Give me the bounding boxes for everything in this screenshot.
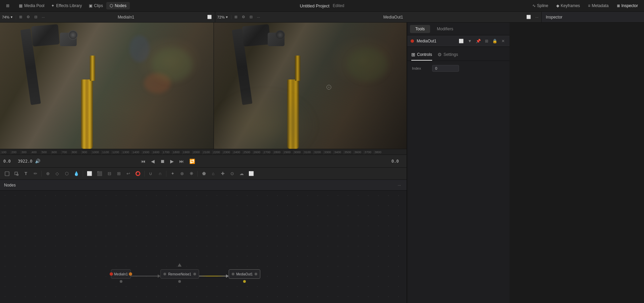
zoom-down-icon: ▼ bbox=[10, 15, 13, 19]
tool-text[interactable]: T bbox=[22, 169, 30, 178]
tool-select-pts[interactable]: ✦ bbox=[168, 169, 177, 178]
node-media-out-left-dot bbox=[232, 273, 234, 275]
tool-transform[interactable] bbox=[12, 169, 21, 178]
timeline-ruler[interactable]: 1002003004005006007008009001000110012001… bbox=[0, 149, 407, 155]
nav-inspector[interactable]: ≣ Inspector bbox=[613, 2, 641, 9]
viewer-right-layout-btn[interactable]: ⊞ bbox=[233, 14, 239, 20]
viewer-left-layout-btn[interactable]: ⊞ bbox=[17, 14, 24, 20]
inspector-subtab-settings[interactable]: ⚙ Settings bbox=[438, 52, 458, 61]
viewer-left-more-btn[interactable]: ··· bbox=[40, 14, 46, 20]
node-media-in[interactable]: MediaIn1 bbox=[111, 269, 131, 279]
viewer-left[interactable] bbox=[0, 23, 214, 149]
nav-spline[interactable]: ∿ Spline bbox=[529, 2, 552, 9]
viewer-right-aspect-btn[interactable]: ⬜ bbox=[525, 14, 533, 20]
inspector-node-copy-btn[interactable]: ⊞ bbox=[484, 37, 490, 45]
ruler-mark: 1700 bbox=[162, 150, 172, 155]
tool-pen[interactable]: ✏ bbox=[31, 169, 40, 178]
tool-select-all[interactable]: ⊗ bbox=[178, 169, 186, 178]
tool-particle[interactable]: ⊕ bbox=[43, 169, 52, 178]
inspector-node-name: MediaOut1 bbox=[417, 39, 437, 43]
tool-fill-rect[interactable]: ⬛ bbox=[95, 169, 104, 178]
inspector-subtab-controls[interactable]: ⊞ Controls bbox=[411, 52, 432, 61]
tool-rect[interactable]: ⬜ bbox=[85, 169, 94, 178]
zoom-left[interactable]: 74% ▼ bbox=[0, 15, 16, 19]
nav-keyframes[interactable]: ◆ Keyframes bbox=[553, 2, 583, 9]
ruler-mark: 3800 bbox=[374, 150, 384, 155]
tool-curve-down[interactable]: ∩ bbox=[156, 169, 164, 178]
nav-nodes[interactable]: ⬡ Nodes bbox=[106, 2, 130, 9]
tool-feather[interactable]: ⬟ bbox=[199, 169, 208, 178]
project-info: Untitled Project Edited bbox=[300, 3, 344, 8]
viewer-toolbar: 74% ▼ ⊞ ⚙ ⊟ ··· MediaIn1 ⬜ 72% ▼ ⊞ ⚙ ⊟ ·… bbox=[0, 12, 644, 23]
viewer-right-more2-btn[interactable]: ··· bbox=[534, 14, 540, 20]
stop-btn[interactable]: ⏹ bbox=[158, 157, 167, 165]
video-viewers bbox=[0, 23, 407, 149]
svg-rect-0 bbox=[5, 172, 9, 176]
skip-to-start-btn[interactable]: ⏮ bbox=[139, 157, 148, 165]
inspector-node-pin-btn[interactable]: 📌 bbox=[475, 37, 482, 45]
project-title: Untitled Project bbox=[300, 3, 329, 8]
viewer-left-aspect-btn[interactable]: ⬜ bbox=[205, 14, 214, 20]
node-remove-noise-container: RemoveNoise1 bbox=[160, 269, 199, 283]
nav-effects-library[interactable]: ✦ Effects Library bbox=[48, 2, 85, 9]
viewer-right-video[interactable] bbox=[214, 23, 407, 149]
tool-lens[interactable]: ⊙ bbox=[228, 169, 236, 178]
tool-clone[interactable]: ⌂ bbox=[209, 169, 218, 178]
tool-blur[interactable]: ⬜ bbox=[247, 169, 256, 178]
node-connector-1 bbox=[131, 276, 158, 276]
time-right: 0.0 bbox=[391, 159, 403, 164]
inspector-node-row: MediaOut1 ⬜ ▼ 📌 ⊞ 🔒 ✕ bbox=[407, 35, 509, 47]
ruler-mark: 2700 bbox=[263, 150, 273, 155]
tool-stamp[interactable]: ✚ bbox=[218, 169, 227, 178]
inspector-tab-modifiers[interactable]: Modifiers bbox=[431, 25, 459, 33]
tool-magnet[interactable]: ❋ bbox=[187, 169, 196, 178]
nodes-more-btn[interactable]: ··· bbox=[396, 182, 403, 188]
tool-gradient[interactable]: ⬡ bbox=[62, 169, 71, 178]
video-right-bg bbox=[214, 23, 407, 149]
tool-curve-up[interactable]: ∪ bbox=[146, 169, 155, 178]
tool-sep-1 bbox=[41, 171, 42, 177]
ruler-mark: 3100 bbox=[303, 150, 313, 155]
inspector-tab-tools[interactable]: Tools bbox=[410, 25, 430, 33]
step-back-btn[interactable]: ◀ bbox=[149, 157, 157, 165]
clips-icon: ▣ bbox=[89, 3, 92, 8]
tool-polygon[interactable]: ◇ bbox=[53, 169, 62, 178]
volume-icon[interactable]: 🔊 bbox=[35, 159, 40, 164]
viewer-left-settings-btn[interactable]: ⚙ bbox=[25, 14, 32, 20]
ruler-mark: 100 bbox=[1, 150, 11, 155]
tool-bezier[interactable]: ⊞ bbox=[114, 169, 123, 178]
ruler-mark: 1000 bbox=[91, 150, 102, 155]
viewer-left-grid-btn[interactable]: ⊟ bbox=[33, 14, 39, 20]
loop-btn[interactable]: 🔁 bbox=[187, 157, 197, 165]
nodes-panel-title: Nodes bbox=[4, 183, 16, 188]
ruler-mark: 2800 bbox=[273, 150, 283, 155]
play-btn[interactable]: ▶ bbox=[168, 157, 176, 165]
ruler-mark: 3000 bbox=[293, 150, 303, 155]
inspector-node-down-btn[interactable]: ▼ bbox=[466, 37, 473, 45]
viewer-right-grid-btn[interactable]: ⊟ bbox=[248, 14, 254, 20]
nodes-canvas[interactable]: MediaIn1 RemoveNoise1 bbox=[0, 191, 407, 303]
tool-clip-rect[interactable]: ⊟ bbox=[105, 169, 114, 178]
nav-metadata[interactable]: ≡ Metadata bbox=[585, 2, 612, 9]
inspector-node-lock-btn[interactable]: 🔒 bbox=[491, 37, 499, 45]
tool-circle[interactable]: ⭕ bbox=[133, 169, 143, 178]
index-value[interactable]: 0 bbox=[432, 65, 459, 72]
ruler-mark: 800 bbox=[71, 150, 81, 155]
viewer-right-settings-btn[interactable]: ⚙ bbox=[240, 14, 247, 20]
inspector-node-close-btn[interactable]: ✕ bbox=[500, 37, 506, 45]
nav-clips[interactable]: ▣ Clips bbox=[85, 2, 107, 9]
nav-media-pool[interactable]: ▦ Media Pool bbox=[15, 2, 48, 9]
tool-color[interactable]: 💧 bbox=[72, 169, 81, 178]
ruler-mark: 600 bbox=[51, 150, 61, 155]
tool-rotate[interactable]: ↩ bbox=[124, 169, 132, 178]
skip-to-end-btn[interactable]: ⏭ bbox=[177, 157, 186, 165]
node-arrow-1 bbox=[158, 274, 160, 278]
viewer-right-more-btn[interactable]: ··· bbox=[255, 14, 262, 20]
zoom-right[interactable]: 72% ▼ bbox=[215, 15, 231, 19]
inspector-node-color-btn[interactable]: ⬜ bbox=[457, 37, 465, 45]
tool-pointer[interactable] bbox=[3, 169, 11, 178]
node-remove-noise[interactable]: RemoveNoise1 bbox=[160, 269, 199, 279]
node-media-out[interactable]: MediaOut1 bbox=[229, 269, 261, 279]
nav-home[interactable]: ⊞ bbox=[3, 2, 13, 9]
tool-eraser[interactable]: ☁ bbox=[237, 169, 246, 178]
